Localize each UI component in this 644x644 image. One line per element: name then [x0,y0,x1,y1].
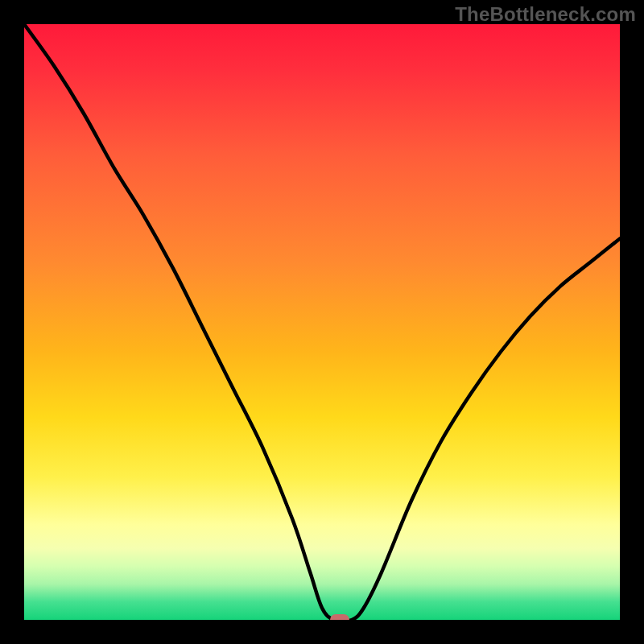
chart-frame: TheBottleneck.com [0,0,644,644]
bottleneck-curve [24,24,620,620]
optimal-point-marker [330,614,349,620]
plot-area [24,24,620,620]
attribution-text: TheBottleneck.com [455,3,636,26]
